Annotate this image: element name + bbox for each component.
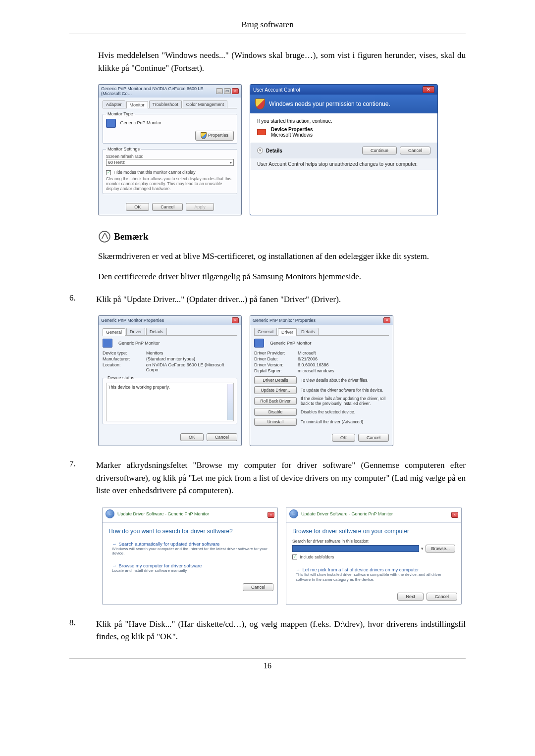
hide-modes-help: Clearing this check box allows you to se…: [106, 176, 234, 191]
back-button[interactable]: ←: [106, 509, 114, 518]
uac-banner: Windows needs your permission to contion…: [250, 95, 437, 113]
tab-monitor[interactable]: Monitor: [126, 101, 148, 108]
figure-1: Generic PnP Monitor and NVIDIA GeForce 6…: [98, 84, 466, 215]
properties-button[interactable]: Properties: [195, 131, 234, 141]
scrollbar[interactable]: [227, 384, 233, 420]
properties-button-label: Properties: [208, 133, 228, 138]
tab-details[interactable]: Details: [146, 328, 167, 335]
roll-back-driver-button[interactable]: Roll Back Driver: [254, 397, 297, 405]
kv-key: Driver Date:: [254, 356, 294, 361]
tab-general[interactable]: General: [103, 328, 125, 336]
kv-val: 6.0.6000.16386: [298, 362, 329, 367]
step-7-text: Marker afkrydsningsfeltet "Browse my com…: [96, 459, 466, 497]
apply-button[interactable]: Apply: [186, 203, 214, 211]
browse-button[interactable]: Browse...: [426, 545, 455, 553]
option-pick-from-list[interactable]: →Let me pick from a list of device drive…: [292, 564, 455, 584]
device-name: Generic PnP Monitor: [118, 341, 160, 346]
step-8: 8. Klik på "Have Disk..." (Har diskette/…: [69, 618, 466, 643]
kv-val: 6/21/2006: [298, 356, 318, 361]
refresh-rate-select[interactable]: 60 Hertz: [106, 159, 234, 166]
cancel-button[interactable]: Cancel: [207, 433, 237, 441]
step-7-number: 7.: [69, 459, 84, 497]
refresh-rate-label: Screen refresh rate:: [106, 154, 234, 159]
ok-button[interactable]: OK: [180, 433, 204, 441]
chevron-down-icon[interactable]: ▾: [257, 148, 263, 153]
minimize-button[interactable]: _: [216, 88, 223, 94]
ok-button[interactable]: OK: [126, 203, 149, 211]
tab-general[interactable]: General: [254, 328, 277, 335]
option-search-automatically[interactable]: →Search automatically for updated driver…: [108, 539, 271, 558]
step-7: 7. Marker afkrydsningsfeltet "Browse my …: [69, 459, 466, 497]
kv-key: Device type:: [103, 351, 142, 355]
note-line-2: Den certificerede driver bliver tilgænge…: [98, 270, 466, 283]
step-8-number: 8.: [69, 618, 84, 643]
include-subfolders-checkbox[interactable]: ✓: [292, 554, 297, 559]
note-block: Bemærk Skærmdriveren er ved at blive MS-…: [98, 230, 466, 283]
cancel-button[interactable]: Cancel: [152, 203, 183, 211]
tab-color-management[interactable]: Color Management: [183, 101, 228, 108]
tab-troubleshoot[interactable]: Troubleshoot: [149, 101, 182, 108]
close-button[interactable]: ×: [383, 317, 390, 323]
include-subfolders-label: Include subfolders: [300, 554, 334, 559]
dialog-title: Generic PnP Monitor and NVIDIA GeForce 6…: [101, 86, 216, 96]
shield-icon: [201, 132, 207, 139]
close-button[interactable]: ×: [451, 512, 458, 518]
step-6-number: 6.: [69, 293, 84, 306]
option-subtitle: This list will show installed driver sof…: [296, 572, 452, 582]
cancel-button[interactable]: Cancel: [400, 147, 430, 154]
wizard-heading: How do you want to search for driver sof…: [108, 528, 271, 535]
cancel-button[interactable]: Cancel: [243, 583, 273, 591]
disable-button[interactable]: Disable: [254, 408, 297, 416]
driver-details-button[interactable]: Driver Details: [254, 376, 297, 384]
monitor-icon: [103, 339, 112, 348]
step-6: 6. Klik på "Update Driver..." (Opdater d…: [69, 293, 466, 306]
maximize-button[interactable]: ▭: [224, 88, 231, 94]
page-number: 16: [69, 658, 466, 670]
note-label: Bemærk: [114, 231, 149, 242]
cancel-button[interactable]: Cancel: [358, 434, 389, 442]
refresh-rate-value: 60 Hertz: [108, 160, 125, 165]
tab-driver[interactable]: Driver: [278, 328, 297, 336]
uac-if-started: If you started this action, continue.: [257, 118, 430, 124]
back-button[interactable]: ←: [289, 509, 298, 518]
kv-val: Monitors: [146, 351, 163, 355]
svg-point-0: [99, 231, 110, 242]
hide-modes-checkbox[interactable]: ✓: [106, 170, 111, 175]
monitor-type-legend: Monitor Type: [106, 111, 135, 116]
close-button[interactable]: ×: [423, 86, 434, 93]
kv-key: Digital Signer:: [254, 368, 294, 373]
continue-button[interactable]: Continue: [362, 147, 397, 154]
tab-adapter[interactable]: Adapter: [103, 101, 125, 108]
update-driver-button[interactable]: Update Driver...: [254, 386, 297, 394]
kv-val: Microsoft: [298, 351, 316, 355]
ok-button[interactable]: OK: [332, 434, 355, 442]
next-button[interactable]: Next: [397, 593, 424, 601]
cancel-button[interactable]: Cancel: [427, 593, 457, 601]
option-title: Browse my computer for driver software: [119, 563, 202, 568]
roll-back-driver-desc: If the device fails after updating the d…: [301, 396, 389, 406]
option-subtitle: Locate and install driver software manua…: [112, 568, 268, 573]
tab-details[interactable]: Details: [298, 328, 319, 335]
device-status-legend: Device status: [106, 375, 136, 380]
search-location-label: Search for driver software in this locat…: [292, 539, 455, 544]
device-name: Generic PnP Monitor: [270, 341, 311, 346]
tab-strip: Adapter Monitor Troubleshoot Color Manag…: [103, 101, 237, 108]
update-driver-wizard-browse: ← Update Driver Software - Generic PnP M…: [286, 507, 462, 605]
note-line-1: Skærmdriveren er ved at blive MS-certifi…: [98, 250, 466, 263]
program-icon: [257, 129, 266, 135]
kv-key: Manufacturer:: [103, 356, 142, 361]
intro-paragraph: Hvis meddelelsen "Windows needs..." (Win…: [98, 49, 466, 74]
path-input[interactable]: [292, 545, 419, 552]
step-8-text: Klik på "Have Disk..." (Har diskette/cd……: [96, 618, 466, 643]
tab-driver[interactable]: Driver: [126, 328, 145, 335]
close-button[interactable]: ×: [232, 88, 239, 94]
kv-val: on NVIDIA GeForce 6600 LE (Microsoft Cor…: [146, 362, 237, 372]
uninstall-button[interactable]: Uninstall: [254, 418, 297, 426]
close-button[interactable]: ×: [232, 317, 239, 323]
uac-details-toggle[interactable]: Details: [266, 148, 282, 153]
uac-item-name: Device Properties: [271, 127, 313, 132]
uac-titlebar: User Account Control ×: [250, 85, 437, 95]
close-button[interactable]: ×: [268, 512, 274, 518]
option-browse-computer[interactable]: →Browse my computer for driver software …: [108, 560, 271, 576]
monitor-icon: [106, 119, 116, 128]
